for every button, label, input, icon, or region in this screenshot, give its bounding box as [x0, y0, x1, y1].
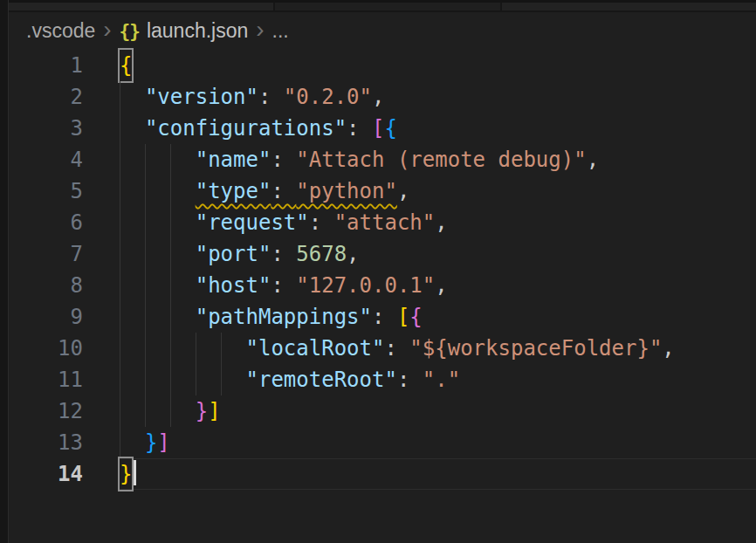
code-line-content[interactable]: "remoteRoot": "." [120, 364, 756, 395]
code-line-8[interactable]: 8"host": "127.0.0.1", [9, 270, 756, 301]
code-token: , [662, 336, 674, 361]
code-token: "host" [196, 273, 271, 298]
code-token: "request" [196, 210, 309, 235]
side-panel-edge [0, 0, 9, 543]
chevron-right-icon: › [256, 16, 264, 44]
line-number[interactable]: 12 [9, 395, 83, 427]
code-text: "type": "python", [120, 175, 409, 207]
code-token: , [435, 210, 447, 235]
line-number[interactable]: 13 [9, 427, 83, 458]
code-line-14[interactable]: 14} [9, 458, 756, 490]
text-cursor [134, 460, 136, 485]
code-text: "request": "attach", [120, 207, 448, 238]
code-token: : [271, 179, 296, 203]
code-line-content[interactable]: }] [120, 395, 756, 427]
code-line-content[interactable]: }] [120, 427, 756, 458]
indent-guide [170, 395, 171, 427]
code-text: { [120, 50, 132, 81]
code-token: "version" [145, 85, 258, 109]
code-line-11[interactable]: 11"remoteRoot": "." [9, 364, 756, 395]
code-text: "localRoot": "${workspaceFolder}", [120, 333, 675, 364]
line-number[interactable]: 8 [9, 270, 83, 301]
code-line-content[interactable]: "type": "python", [120, 175, 756, 207]
indent-guide [120, 207, 120, 238]
editor-tab-1[interactable] [9, 3, 275, 10]
breadcrumb-file[interactable]: launch.json [147, 19, 248, 43]
code-token: } [145, 430, 157, 455]
code-token: "type" [196, 179, 271, 203]
code-token: : [271, 148, 296, 172]
indent-guide [221, 364, 222, 395]
indent-guide [145, 270, 146, 301]
code-line-7[interactable]: 7"port": 5678, [9, 238, 756, 270]
indent-guide [145, 175, 146, 207]
indent-guide [145, 238, 146, 270]
indent-guide [120, 113, 120, 144]
line-number[interactable]: 7 [9, 238, 83, 270]
editor-group: .vscode › {} launch.json › ... 1{2"versi… [9, 0, 756, 543]
line-number[interactable]: 5 [9, 175, 83, 207]
code-line-content[interactable]: "name": "Attach (remote debug)", [120, 144, 756, 175]
line-number[interactable]: 10 [9, 333, 83, 364]
code-token: [ [372, 116, 384, 141]
code-token: "name" [196, 148, 271, 172]
editor-tab-2[interactable] [275, 3, 502, 10]
code-line-content[interactable]: "host": "127.0.0.1", [120, 270, 756, 301]
indent-guide [170, 301, 171, 333]
code-token: "." [423, 368, 460, 392]
code-line-13[interactable]: 13}] [9, 427, 756, 458]
line-number[interactable]: 4 [9, 144, 83, 175]
indent-guide [120, 364, 120, 395]
warning-squiggle: "type": "python" [196, 179, 397, 203]
code-line-content[interactable]: "pathMappings": [{ [120, 301, 756, 333]
editor-tab-3[interactable] [502, 3, 756, 10]
code-editor[interactable]: 1{2"version": "0.2.0",3"configurations":… [9, 50, 756, 543]
code-line-content[interactable]: "port": 5678, [120, 238, 756, 270]
indent-guide [170, 270, 171, 301]
code-line-content[interactable]: "localRoot": "${workspaceFolder}", [120, 333, 756, 364]
line-number[interactable]: 1 [9, 50, 83, 81]
indent-guide [221, 333, 222, 364]
breadcrumb-folder[interactable]: .vscode [26, 19, 95, 43]
code-line-9[interactable]: 9"pathMappings": [{ [9, 301, 756, 333]
code-line-4[interactable]: 4"name": "Attach (remote debug)", [9, 144, 756, 175]
indent-guide [196, 333, 196, 364]
code-line-content[interactable]: { [120, 50, 756, 81]
code-token: , [372, 85, 384, 109]
code-line-content[interactable]: "configurations": [{ [120, 113, 756, 144]
code-line-12[interactable]: 12}] [9, 395, 756, 427]
code-line-1[interactable]: 1{ [9, 50, 756, 81]
code-token: } [196, 399, 208, 423]
indent-guide [145, 364, 146, 395]
indent-guide [120, 395, 120, 427]
line-number[interactable]: 6 [9, 207, 83, 238]
code-token: , [435, 273, 447, 298]
indent-guide [170, 175, 171, 207]
indent-guide [120, 301, 120, 333]
indent-guide [170, 364, 171, 395]
code-token: "python" [296, 179, 397, 203]
code-line-content[interactable]: "request": "attach", [120, 207, 756, 238]
code-line-content[interactable]: "version": "0.2.0", [120, 81, 756, 113]
indent-guide [120, 333, 120, 364]
line-number[interactable]: 14 [9, 458, 83, 490]
code-line-3[interactable]: 3"configurations": [{ [9, 113, 756, 144]
code-line-2[interactable]: 2"version": "0.2.0", [9, 81, 756, 113]
indent-guide [120, 427, 120, 458]
code-token: : [384, 336, 409, 361]
code-line-6[interactable]: 6"request": "attach", [9, 207, 756, 238]
code-line-content[interactable]: } [120, 458, 756, 490]
indent-guide [145, 144, 146, 175]
code-line-5[interactable]: 5"type": "python", [9, 175, 756, 207]
code-token: "${workspaceFolder}" [409, 336, 662, 361]
line-number[interactable]: 9 [9, 301, 83, 333]
indent-guide [120, 238, 120, 270]
json-file-icon: {} [120, 21, 140, 42]
code-text: "configurations": [{ [120, 113, 397, 144]
line-number[interactable]: 3 [9, 113, 83, 144]
code-token: 5678 [296, 242, 347, 266]
line-number[interactable]: 2 [9, 81, 83, 113]
code-line-10[interactable]: 10"localRoot": "${workspaceFolder}", [9, 333, 756, 364]
breadcrumb-symbols-more[interactable]: ... [272, 19, 289, 43]
line-number[interactable]: 11 [9, 364, 83, 395]
